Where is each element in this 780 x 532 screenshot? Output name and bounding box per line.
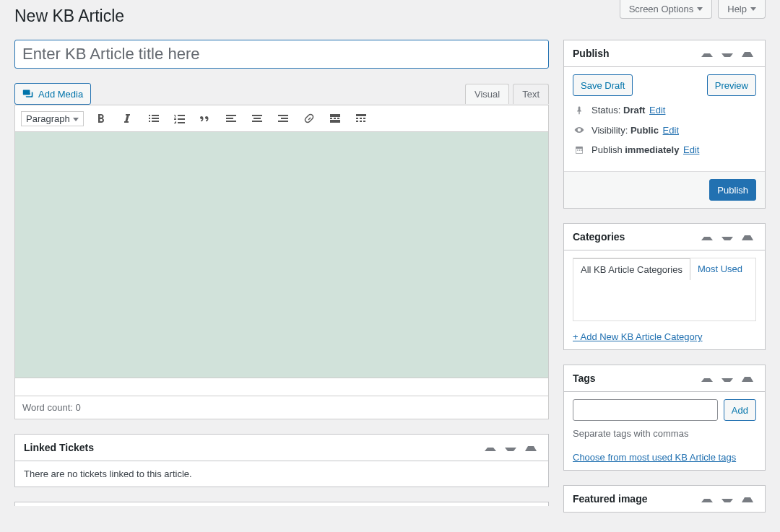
media-icon — [22, 88, 34, 100]
move-up-icon[interactable] — [698, 232, 716, 243]
italic-button[interactable] — [118, 110, 136, 127]
align-center-button[interactable] — [248, 110, 266, 127]
add-media-button[interactable]: Add Media — [14, 83, 91, 105]
categories-tab-all[interactable]: All KB Article Categories — [573, 258, 690, 280]
move-down-icon[interactable] — [719, 48, 736, 59]
editor-path-bar — [14, 378, 549, 396]
numbered-list-button[interactable] — [170, 110, 188, 127]
choose-tags-link[interactable]: Choose from most used KB Article tags — [573, 452, 736, 463]
format-select[interactable]: Paragraph — [21, 111, 84, 126]
blockquote-button[interactable] — [196, 110, 214, 127]
publish-button[interactable]: Publish — [709, 179, 756, 201]
editor-status-bar: Word count: 0 — [14, 396, 549, 419]
toggle-panel-icon[interactable] — [739, 48, 756, 59]
linked-tickets-empty: There are no tickets linked to this arti… — [24, 468, 192, 479]
help-label: Help — [727, 4, 747, 14]
tag-hint: Separate tags with commas — [573, 428, 756, 439]
toggle-panel-icon[interactable] — [739, 232, 756, 243]
categories-box-title: Categories — [573, 231, 625, 243]
toggle-panel-icon[interactable] — [739, 373, 756, 384]
toggle-panel-icon[interactable] — [522, 442, 540, 453]
article-title-input[interactable] — [14, 40, 549, 69]
add-new-category-link[interactable]: + Add New KB Article Category — [573, 331, 703, 342]
categories-list — [582, 279, 747, 312]
move-down-icon[interactable] — [719, 232, 736, 243]
text-tab[interactable]: Text — [513, 84, 549, 104]
visibility-icon — [573, 124, 586, 136]
categories-tab-most-used[interactable]: Most Used — [690, 258, 750, 280]
pin-icon — [573, 105, 586, 115]
move-up-icon[interactable] — [698, 48, 716, 59]
screen-options-label: Screen Options — [629, 4, 694, 14]
calendar-icon — [573, 145, 586, 155]
linked-tickets-title: Linked Tickets — [24, 442, 94, 453]
word-count-value: 0 — [75, 402, 80, 413]
publish-box-title: Publish — [573, 48, 610, 59]
screen-options-tab[interactable]: Screen Options — [620, 0, 713, 19]
save-draft-button[interactable]: Save Draft — [573, 74, 633, 96]
toolbar-toggle-button[interactable] — [352, 110, 370, 127]
status-value: Draft — [623, 105, 645, 115]
edit-schedule-link[interactable]: Edit — [683, 144, 699, 155]
bold-button[interactable] — [92, 110, 110, 127]
move-up-icon[interactable] — [698, 373, 716, 384]
preview-button[interactable]: Preview — [707, 74, 756, 96]
help-tab[interactable]: Help — [718, 0, 766, 19]
move-down-icon[interactable] — [719, 494, 736, 505]
chevron-down-icon — [750, 7, 756, 11]
screen-meta-links: Screen Options Help — [620, 0, 766, 19]
edit-visibility-link[interactable]: Edit — [663, 125, 679, 136]
editor-toolbar: Paragraph — [14, 105, 549, 131]
chevron-down-icon — [697, 7, 703, 11]
edit-status-link[interactable]: Edit — [649, 105, 665, 115]
align-right-button[interactable] — [274, 110, 292, 127]
read-more-button[interactable] — [326, 110, 344, 127]
move-down-icon[interactable] — [719, 373, 736, 384]
bullet-list-button[interactable] — [144, 110, 162, 127]
move-up-icon[interactable] — [698, 494, 716, 505]
visibility-value: Public — [630, 125, 659, 136]
tags-box-title: Tags — [573, 372, 596, 384]
visual-tab[interactable]: Visual — [465, 84, 509, 104]
tag-input[interactable] — [573, 399, 718, 421]
add-media-label: Add Media — [38, 89, 83, 100]
featured-image-box-title: Featured image — [573, 493, 647, 505]
editor-content-area[interactable] — [14, 131, 549, 378]
align-left-button[interactable] — [222, 110, 240, 127]
chevron-down-icon — [73, 118, 79, 121]
toggle-panel-icon[interactable] — [739, 494, 756, 505]
move-down-icon[interactable] — [502, 442, 519, 453]
schedule-value: immediately — [625, 144, 679, 155]
move-up-icon[interactable] — [482, 442, 499, 453]
link-button[interactable] — [300, 110, 318, 127]
add-tag-button[interactable]: Add — [724, 399, 756, 421]
